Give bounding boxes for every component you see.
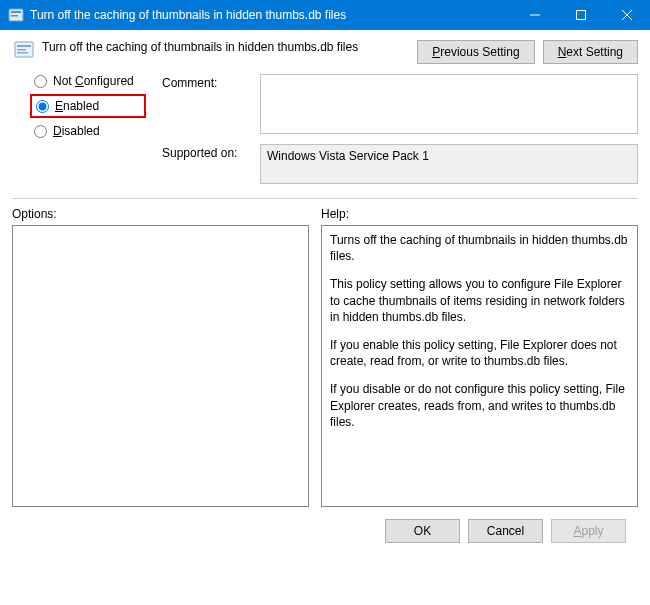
titlebar: Turn off the caching of thumbnails in hi… [0,0,650,30]
help-paragraph: If you enable this policy setting, File … [330,337,629,369]
radio-enabled[interactable]: Enabled [34,98,142,114]
ok-button[interactable]: OK [385,519,460,543]
svg-rect-9 [17,49,26,51]
supported-on-label: Supported on: [162,144,252,160]
help-paragraph: This policy setting allows you to config… [330,276,629,325]
radio-disabled-input[interactable] [34,125,47,138]
help-paragraph: If you disable or do not configure this … [330,381,629,430]
svg-rect-8 [17,45,31,47]
help-label: Help: [321,207,638,221]
window-buttons [512,0,650,30]
svg-rect-4 [577,11,586,20]
gpedit-policy-icon [8,7,24,23]
policy-title: Turn off the caching of thumbnails in hi… [42,38,417,54]
help-paragraph: Turns off the caching of thumbnails in h… [330,232,629,264]
help-panel[interactable]: Turns off the caching of thumbnails in h… [321,225,638,507]
svg-rect-10 [17,52,28,54]
policy-icon [14,40,34,60]
radio-not-configured[interactable]: Not Configured [34,74,142,88]
maximize-button[interactable] [558,0,604,30]
radio-disabled[interactable]: Disabled [34,124,142,138]
cancel-button[interactable]: Cancel [468,519,543,543]
svg-rect-2 [11,15,18,17]
next-setting-button[interactable]: Next Setting [543,40,638,64]
apply-button[interactable]: Apply [551,519,626,543]
radio-enabled-input[interactable] [36,100,49,113]
comment-textarea[interactable] [260,74,638,134]
window-title: Turn off the caching of thumbnails in hi… [30,8,512,22]
svg-rect-1 [11,11,21,13]
radio-not-configured-input[interactable] [34,75,47,88]
divider [12,198,638,199]
minimize-button[interactable] [512,0,558,30]
options-panel[interactable] [12,225,309,507]
supported-on-value: Windows Vista Service Pack 1 [267,149,429,163]
previous-setting-button[interactable]: Previous Setting [417,40,534,64]
comment-label: Comment: [162,74,252,90]
supported-on-box: Windows Vista Service Pack 1 [260,144,638,184]
close-button[interactable] [604,0,650,30]
options-label: Options: [12,207,309,221]
